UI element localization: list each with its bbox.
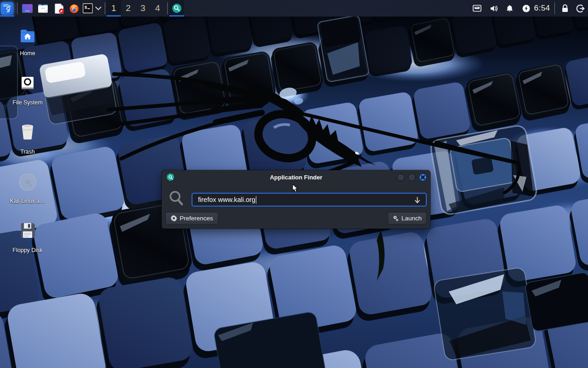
svg-text:$: $ xyxy=(85,6,87,10)
